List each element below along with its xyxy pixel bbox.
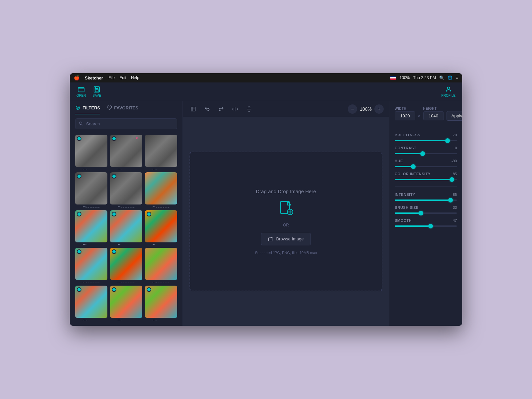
list-item[interactable]: Filtername — [145, 248, 177, 283]
color-intensity-label: COLOR INTENSITY — [395, 172, 431, 176]
svg-point-4 — [447, 87, 450, 89]
list-item[interactable]: Filtername — [145, 172, 177, 207]
canvas-toolbar: − 100% + — [183, 101, 389, 117]
intensity-label: INTENSITY — [395, 193, 415, 197]
dimension-separator: × — [418, 113, 421, 118]
list-item[interactable]: Filtername — [75, 135, 107, 170]
app-name: Sketcher — [85, 75, 103, 80]
list-item[interactable]: Filtername — [110, 248, 142, 283]
hue-label: HUE — [395, 159, 403, 163]
contrast-label: CONTRAST — [395, 146, 416, 150]
drop-text: Drag and Drop Image Here — [256, 189, 316, 194]
svg-rect-16 — [269, 238, 273, 241]
canvas-area: − 100% + Drag and Drop Image Here — [183, 101, 389, 326]
save-button[interactable]: SAVE — [92, 86, 101, 97]
apple-logo-icon: 🍎 — [74, 75, 79, 80]
supported-formats-text: Supported JPG, PNG, files 10MB max — [255, 251, 317, 255]
brightness-label: BRIGHTNESS — [395, 133, 420, 137]
undo-button[interactable] — [202, 104, 212, 114]
open-button[interactable]: OPEN — [76, 86, 86, 97]
brightness-track[interactable] — [395, 140, 457, 141]
brightness-value: 70 — [453, 133, 457, 137]
list-item[interactable]: Filtername — [110, 172, 142, 207]
sidebar: FILTERS FAVORITES — [70, 101, 183, 326]
app-window: 🍎 Sketcher File Edit Help 100% Thu 2:23 … — [70, 73, 462, 326]
tab-filters[interactable]: FILTERS — [75, 105, 100, 114]
height-input[interactable] — [423, 111, 444, 120]
color-intensity-value: 85 — [453, 172, 457, 176]
list-item[interactable]: Filtername — [145, 135, 177, 170]
hue-track[interactable] — [395, 166, 457, 167]
svg-rect-3 — [95, 90, 98, 92]
brightness-slider-group: BRIGHTNESS 70 — [395, 133, 457, 141]
list-item[interactable]: Filtername — [110, 286, 142, 321]
or-separator: OR — [283, 223, 289, 227]
width-group: WIDTH — [395, 107, 415, 120]
zoom-controls: − 100% + — [348, 104, 384, 114]
apply-button[interactable]: Apply — [447, 111, 462, 121]
menu-bar: 🍎 Sketcher File Edit Help 100% Thu 2:23 … — [70, 73, 462, 82]
browse-image-button[interactable]: Browse Image — [261, 233, 311, 245]
contrast-value: 0 — [455, 146, 457, 150]
heart-icon: ♥ — [136, 136, 141, 141]
list-item[interactable]: Filtername — [75, 172, 107, 207]
svg-rect-2 — [96, 87, 98, 89]
battery-status: 100% — [400, 75, 410, 80]
menu-items: File Edit Help — [108, 75, 139, 80]
hue-value: -90 — [452, 159, 457, 163]
menu-help[interactable]: Help — [131, 75, 139, 80]
smooth-value: 47 — [453, 218, 457, 222]
svg-rect-0 — [78, 88, 84, 92]
profile-button[interactable]: PROFILE — [441, 86, 456, 97]
list-item[interactable]: Filtername — [145, 210, 177, 245]
search-icon — [78, 121, 83, 127]
list-item[interactable]: Filtername — [145, 286, 177, 321]
intensity-slider-group: INTENSITY 85 — [395, 193, 457, 201]
main-layout: FILTERS FAVORITES — [70, 101, 462, 326]
crop-tool-button[interactable] — [188, 104, 198, 114]
menu-file[interactable]: File — [108, 75, 115, 80]
drop-zone[interactable]: Drag and Drop Image Here OR — [190, 152, 382, 291]
brush-size-track[interactable] — [395, 212, 457, 214]
list-item[interactable]: ♥ Filtername — [110, 135, 142, 170]
svg-line-8 — [82, 124, 83, 125]
toolbar: OPEN SAVE PROFILE — [70, 82, 462, 101]
color-intensity-track[interactable] — [395, 179, 457, 180]
width-label: WIDTH — [395, 107, 415, 110]
contrast-track[interactable] — [395, 153, 457, 154]
search-input[interactable] — [75, 118, 177, 129]
brush-size-label: BRUSH SIZE — [395, 205, 419, 209]
brush-size-value: 33 — [453, 205, 457, 209]
globe-icon: 🌐 — [448, 75, 453, 80]
menu-icon[interactable]: ≡ — [456, 75, 458, 80]
tab-favorites[interactable]: FAVORITES — [107, 105, 138, 114]
list-item[interactable]: Filtername — [110, 210, 142, 245]
sidebar-tabs: FILTERS FAVORITES — [70, 101, 183, 114]
smooth-track[interactable] — [395, 225, 457, 227]
svg-point-7 — [79, 122, 82, 124]
list-item[interactable]: Filtername — [75, 248, 107, 283]
canvas-main: Drag and Drop Image Here OR — [183, 117, 389, 326]
list-item[interactable]: Filtername — [75, 286, 107, 321]
search-box — [75, 118, 177, 129]
height-group: HEIGHT — [423, 107, 444, 120]
search-menu-icon[interactable]: 🔍 — [439, 75, 444, 80]
width-input[interactable] — [395, 111, 415, 120]
menu-right: 100% Thu 2:23 PM 🔍 🌐 ≡ — [390, 75, 458, 80]
list-item[interactable]: Filtername — [75, 210, 107, 245]
redo-button[interactable] — [216, 104, 226, 114]
divider — [395, 127, 457, 127]
flip-vertical-button[interactable] — [244, 104, 254, 114]
zoom-level: 100% — [360, 106, 372, 112]
zoom-in-button[interactable]: + — [374, 104, 384, 114]
zoom-out-button[interactable]: − — [348, 104, 357, 114]
brush-size-slider-group: BRUSH SIZE 33 — [395, 205, 457, 214]
contrast-slider-group: CONTRAST 0 — [395, 146, 457, 154]
clock: Thu 2:23 PM — [413, 75, 436, 80]
filter-grid: Filtername ♥ Filtername Filtername — [70, 133, 183, 326]
intensity-track[interactable] — [395, 200, 457, 201]
menu-edit[interactable]: Edit — [119, 75, 126, 80]
smooth-slider-group: SMOOTH 47 — [395, 218, 457, 227]
flip-horizontal-button[interactable] — [230, 104, 240, 114]
svg-point-5 — [77, 107, 78, 108]
